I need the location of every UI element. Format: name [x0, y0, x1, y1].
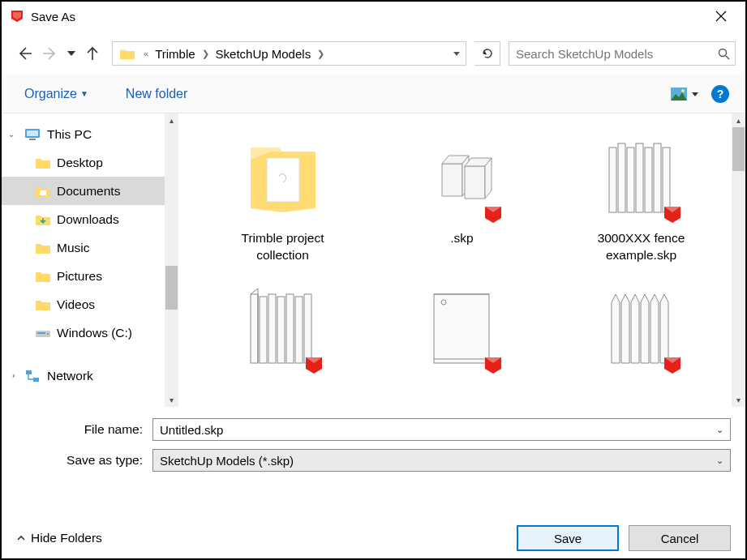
- svg-rect-14: [627, 147, 634, 212]
- sidebar-item-network[interactable]: ⌄ Network: [2, 361, 178, 390]
- breadcrumb-dropdown[interactable]: [446, 42, 466, 65]
- scroll-up-icon[interactable]: ▴: [165, 113, 178, 127]
- breadcrumb-item-1[interactable]: SketchUp Models: [211, 42, 316, 65]
- file-item-skp[interactable]: [553, 271, 729, 383]
- svg-rect-12: [609, 147, 616, 212]
- svg-rect-24: [295, 297, 303, 363]
- svg-point-9: [47, 333, 49, 335]
- scroll-up-icon[interactable]: ▴: [732, 113, 745, 127]
- folder-icon: [36, 271, 50, 282]
- sidebar-scrollbar[interactable]: ▴ ▾: [165, 113, 178, 407]
- skp-thumb: [586, 123, 696, 229]
- svg-rect-4: [27, 130, 38, 136]
- sidebar-item-drive-c[interactable]: Windows (C:): [2, 318, 178, 347]
- filename-label: File name:: [16, 422, 152, 437]
- chevron-right-icon[interactable]: ❯: [200, 49, 211, 59]
- drive-icon: [36, 327, 50, 339]
- tree-collapse-icon[interactable]: ⌄: [8, 130, 15, 139]
- svg-point-2: [681, 89, 685, 92]
- sidebar-item-desktop[interactable]: Desktop: [2, 148, 178, 177]
- search-icon[interactable]: [712, 48, 735, 60]
- close-button[interactable]: [705, 4, 737, 28]
- scroll-down-icon[interactable]: ▾: [732, 393, 745, 407]
- file-item-skp[interactable]: .skp: [374, 120, 550, 267]
- filename-input[interactable]: [160, 423, 723, 437]
- tree-expand-icon[interactable]: ⌄: [7, 373, 16, 379]
- picture-icon: [671, 88, 687, 100]
- folder-icon: [118, 44, 137, 63]
- scroll-down-icon[interactable]: ▾: [165, 393, 178, 407]
- svg-rect-18: [663, 147, 670, 212]
- svg-rect-5: [29, 139, 36, 140]
- dropdown-arrow-icon[interactable]: ⌄: [716, 455, 723, 466]
- hide-folders-button[interactable]: Hide Folders: [16, 531, 102, 545]
- skp-thumb: [586, 274, 696, 379]
- file-list: Trimble project collection .skp 3000XXX …: [178, 113, 745, 407]
- sidebar-item-pictures[interactable]: Pictures: [2, 262, 178, 290]
- sidebar-item-videos[interactable]: Videos: [2, 290, 178, 318]
- recent-dropdown[interactable]: [65, 42, 78, 65]
- svg-rect-11: [33, 378, 39, 382]
- search-input[interactable]: [509, 47, 712, 61]
- skp-badge-icon: [483, 355, 504, 376]
- svg-rect-15: [636, 143, 643, 212]
- svg-rect-19: [251, 294, 258, 363]
- file-label: .skp: [450, 230, 473, 247]
- svg-rect-8: [37, 332, 45, 334]
- skp-badge-icon: [662, 355, 683, 376]
- file-label: Trimble project collection: [214, 230, 352, 264]
- savetype-dropdown[interactable]: SketchUp Models (*.skp) ⌄: [152, 449, 731, 472]
- back-button[interactable]: [13, 42, 36, 65]
- help-button[interactable]: ?: [711, 85, 729, 103]
- breadcrumb-prefix: «: [142, 49, 150, 58]
- save-button[interactable]: Save: [517, 525, 619, 551]
- refresh-button[interactable]: [474, 41, 500, 66]
- sidebar-item-documents[interactable]: Documents: [2, 177, 178, 205]
- cancel-button[interactable]: Cancel: [629, 525, 731, 551]
- folder-icon: [36, 299, 50, 310]
- skp-badge-icon: [303, 355, 324, 376]
- file-item-skp[interactable]: [195, 271, 371, 383]
- sidebar-item-downloads[interactable]: Downloads: [2, 205, 178, 233]
- folder-icon: [36, 242, 50, 254]
- folder-thumb: [228, 123, 337, 229]
- new-folder-button[interactable]: New folder: [119, 83, 194, 105]
- window-title: Save As: [31, 10, 75, 24]
- view-mode-button[interactable]: [671, 88, 698, 100]
- svg-rect-21: [268, 294, 276, 363]
- forward-button[interactable]: [39, 42, 62, 65]
- svg-rect-16: [645, 147, 652, 212]
- file-item-skp[interactable]: [374, 271, 550, 383]
- scrollbar-thumb[interactable]: [732, 127, 745, 171]
- svg-point-27: [441, 300, 446, 305]
- search-box[interactable]: [509, 41, 736, 66]
- pc-icon: [24, 128, 41, 141]
- sidebar-item-music[interactable]: Music: [2, 233, 178, 262]
- file-item-folder[interactable]: Trimble project collection: [195, 120, 371, 267]
- app-icon: [10, 9, 24, 24]
- organize-menu[interactable]: Organize ▼: [18, 83, 95, 105]
- chevron-right-icon[interactable]: ❯: [316, 49, 326, 59]
- content-scrollbar[interactable]: ▴ ▾: [732, 113, 745, 407]
- svg-rect-20: [260, 297, 267, 363]
- dropdown-arrow-icon: [692, 91, 698, 97]
- sidebar: ⌄ This PC Desktop Documents Downloads Mu…: [2, 113, 178, 407]
- svg-rect-10: [26, 370, 32, 374]
- scrollbar-thumb[interactable]: [165, 266, 178, 310]
- file-item-skp[interactable]: 3000XXX fence example.skp: [553, 120, 729, 267]
- folder-icon: [36, 186, 50, 197]
- skp-badge-icon: [662, 204, 683, 225]
- folder-icon: [36, 157, 50, 169]
- sidebar-item-this-pc[interactable]: ⌄ This PC: [2, 120, 178, 148]
- folder-icon: [36, 214, 50, 225]
- svg-rect-13: [618, 143, 625, 212]
- filename-field[interactable]: ⌄: [152, 418, 731, 441]
- up-button[interactable]: [81, 42, 104, 65]
- svg-rect-6: [40, 190, 46, 195]
- breadcrumb-item-0[interactable]: Trimble: [150, 42, 200, 65]
- dropdown-arrow-icon[interactable]: ⌄: [716, 425, 723, 435]
- svg-rect-17: [654, 143, 661, 212]
- skp-badge-icon: [483, 204, 504, 225]
- breadcrumb[interactable]: « Trimble ❯ SketchUp Models ❯: [112, 41, 466, 66]
- svg-rect-23: [286, 294, 294, 363]
